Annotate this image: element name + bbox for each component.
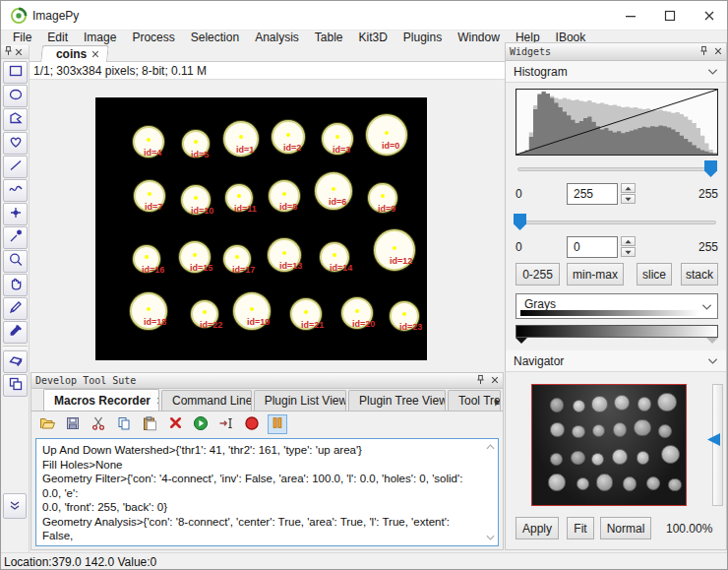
- lut-high-handle[interactable]: [706, 338, 718, 344]
- collapse-toolbar-button[interactable]: [3, 493, 27, 519]
- run-button[interactable]: [191, 414, 211, 434]
- coin-id-label: id=9: [378, 204, 395, 214]
- normal-button[interactable]: Normal: [600, 517, 651, 539]
- histogram-section-header[interactable]: Histogram: [506, 61, 726, 83]
- maximize-icon[interactable]: [650, 1, 690, 31]
- pause-button[interactable]: [268, 414, 287, 434]
- coin-center-dot: [239, 135, 243, 139]
- pencil-tool[interactable]: [3, 297, 28, 320]
- scroll-down-icon[interactable]: [484, 532, 496, 543]
- zoom-tool[interactable]: [3, 250, 28, 273]
- magic-wand-tool[interactable]: [3, 226, 28, 249]
- menu-process[interactable]: Process: [124, 31, 182, 45]
- tab-label: coins: [56, 47, 87, 61]
- freehand-select-tool[interactable]: [3, 132, 28, 155]
- button-stack[interactable]: stack: [681, 263, 718, 285]
- copy-icon: [116, 415, 132, 434]
- close-dock-icon[interactable]: [714, 46, 722, 57]
- clone-tool[interactable]: [3, 374, 28, 397]
- rectangle-select-tool[interactable]: [3, 61, 28, 84]
- macro-line: 0.0, 'front': 255, 'back': 0}: [42, 500, 480, 515]
- close-icon[interactable]: [690, 1, 728, 31]
- navigator-thumbnail[interactable]: [531, 384, 687, 506]
- pan-hand-tool[interactable]: [3, 274, 28, 296]
- menu-window[interactable]: Window: [450, 31, 508, 45]
- color-picker-tool[interactable]: [3, 321, 28, 344]
- curve-tool[interactable]: [3, 179, 28, 202]
- button-0-255[interactable]: 0-255: [516, 263, 560, 285]
- button-min-max[interactable]: min-max: [567, 263, 624, 285]
- menu-image[interactable]: Image: [76, 31, 124, 45]
- delete-button[interactable]: [165, 414, 185, 434]
- navigator-section-header[interactable]: Navigator: [506, 350, 726, 372]
- scroll-up-icon[interactable]: [484, 441, 496, 453]
- tab-macros-recorder[interactable]: Macros Recorder: [43, 389, 159, 411]
- menu-table[interactable]: Table: [307, 31, 351, 45]
- button-slice[interactable]: slice: [637, 263, 672, 285]
- coin-id-label: id=0: [382, 141, 399, 151]
- lut-select[interactable]: Grays: [516, 293, 718, 319]
- menu-analysis[interactable]: Analysis: [247, 31, 307, 45]
- tab-close-icon[interactable]: [156, 394, 159, 408]
- record-button[interactable]: [242, 414, 262, 434]
- pin-icon[interactable]: [4, 45, 13, 59]
- upper-value-field[interactable]: 255: [567, 183, 618, 205]
- ellipse-select-tool[interactable]: [3, 85, 28, 107]
- eraser-tool[interactable]: [3, 350, 28, 373]
- lower-slider-track[interactable]: [517, 221, 716, 224]
- insert-button[interactable]: [216, 414, 236, 434]
- minimize-icon[interactable]: [611, 1, 650, 31]
- spin-up-icon[interactable]: [621, 183, 636, 193]
- spin-down-icon[interactable]: [621, 247, 636, 257]
- coin-center-dot: [235, 255, 239, 259]
- save-button[interactable]: [63, 414, 83, 434]
- navigator-slider-thumb[interactable]: [705, 432, 721, 450]
- menu-file[interactable]: File: [5, 31, 39, 45]
- pin-icon[interactable]: [476, 374, 485, 387]
- document-tab-bar: coins: [30, 45, 505, 62]
- menu-plugins[interactable]: Plugins: [395, 31, 450, 45]
- lut-gradient-bar[interactable]: [516, 325, 718, 338]
- upper-slider-track[interactable]: [517, 167, 716, 171]
- menu-kit3d[interactable]: Kit3D: [351, 31, 395, 45]
- paste-icon: [142, 415, 157, 434]
- coin-center-dot: [194, 140, 198, 144]
- tab-plugin-tree-view[interactable]: Plugin Tree View: [348, 390, 446, 411]
- cut-button[interactable]: [89, 414, 108, 434]
- point-tool[interactable]: [3, 203, 28, 225]
- close-dock-icon[interactable]: [15, 45, 23, 59]
- coin-id-label: id=5: [191, 150, 209, 159]
- record-icon: [244, 415, 260, 434]
- open-button[interactable]: [37, 414, 57, 434]
- tab-scroll-right-icon[interactable]: [492, 393, 502, 411]
- close-dock-icon[interactable]: [491, 375, 499, 386]
- polygon-select-tool[interactable]: [3, 108, 28, 131]
- fit-button[interactable]: Fit: [567, 517, 594, 539]
- upper-slider-thumb[interactable]: [704, 160, 717, 177]
- lower-slider-thumb[interactable]: [514, 214, 526, 230]
- copy-button[interactable]: [114, 414, 134, 434]
- lower-max-label: 255: [698, 240, 718, 254]
- spin-up-icon[interactable]: [621, 236, 636, 246]
- tab-close-icon[interactable]: [91, 47, 99, 61]
- tab-coins[interactable]: coins: [40, 45, 109, 62]
- line-tool[interactable]: [3, 156, 28, 178]
- navigator-coin: [657, 393, 676, 412]
- menu-selection[interactable]: Selection: [183, 31, 247, 45]
- navigator-coin: [550, 453, 563, 466]
- menu-edit[interactable]: Edit: [39, 31, 76, 45]
- tab-command-line[interactable]: Command Line: [161, 390, 252, 411]
- paste-button[interactable]: [140, 414, 159, 434]
- apply-button[interactable]: Apply: [516, 517, 559, 539]
- macro-line: 'cov': True, 'slice': False, 'ed': True,…: [42, 543, 480, 547]
- macro-recorder-text-area[interactable]: Up And Down Watershed>{'thr1': 41, 'thr2…: [35, 438, 499, 546]
- lower-value-field[interactable]: 0: [567, 236, 618, 258]
- macro-text: Up And Down Watershed>{'thr1': 41, 'thr2…: [42, 443, 480, 546]
- spin-down-icon[interactable]: [621, 194, 636, 204]
- button-label: Normal: [607, 522, 645, 536]
- lut-low-handle[interactable]: [516, 338, 527, 344]
- coins-image[interactable]: id=4id=5id=1id=2id=3id=0id=7id=10id=11id…: [95, 97, 427, 360]
- chevron-down-icon: [701, 300, 712, 314]
- tab-plugin-list-view[interactable]: Plugin List View: [254, 390, 346, 411]
- pin-icon[interactable]: [699, 45, 708, 58]
